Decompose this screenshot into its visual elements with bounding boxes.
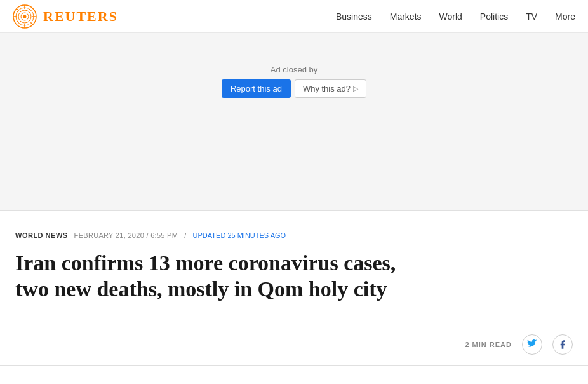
nav-item-business[interactable]: Business bbox=[336, 11, 372, 22]
ad-container: Ad closed by Report this ad Why this ad?… bbox=[0, 33, 588, 211]
report-ad-button[interactable]: Report this ad bbox=[222, 79, 291, 98]
article-divider bbox=[15, 366, 573, 366]
reuters-logo-text: REUTERS bbox=[43, 8, 118, 25]
svg-point-4 bbox=[23, 15, 27, 18]
site-header: REUTERS Business Markets World Politics … bbox=[0, 0, 588, 33]
facebook-share-button[interactable] bbox=[552, 334, 573, 355]
logo-area: REUTERS bbox=[13, 4, 118, 29]
main-nav: Business Markets World Politics TV More bbox=[336, 11, 575, 22]
nav-item-tv[interactable]: TV bbox=[526, 11, 537, 22]
article-category: WORLD NEWS bbox=[15, 231, 68, 239]
nav-item-politics[interactable]: Politics bbox=[480, 11, 508, 22]
updated-label: UPDATED bbox=[193, 231, 226, 239]
why-ad-icon: ▷ bbox=[353, 85, 358, 93]
why-this-ad-button[interactable]: Why this ad? ▷ bbox=[295, 79, 366, 98]
read-time: 2 MIN READ bbox=[465, 341, 512, 348]
nav-item-markets[interactable]: Markets bbox=[390, 11, 422, 22]
article-footer: 2 MIN READ bbox=[0, 324, 588, 366]
article-meta: WORLD NEWS FEBRUARY 21, 2020 / 6:55 PM /… bbox=[15, 231, 429, 239]
ad-buttons: Report this ad Why this ad? ▷ bbox=[222, 79, 366, 98]
article-separator: / bbox=[184, 231, 186, 239]
facebook-icon bbox=[558, 339, 568, 350]
article-title: Iran confirms 13 more coronavirus cases,… bbox=[15, 250, 429, 303]
reuters-logo-icon bbox=[13, 4, 37, 29]
article-updated: UPDATED 25 MINUTES AGO bbox=[193, 231, 286, 239]
nav-item-more[interactable]: More bbox=[555, 11, 575, 22]
article-date: FEBRUARY 21, 2020 / 6:55 PM bbox=[74, 231, 178, 239]
article-container: WORLD NEWS FEBRUARY 21, 2020 / 6:55 PM /… bbox=[0, 211, 444, 318]
twitter-icon bbox=[527, 339, 537, 350]
twitter-share-button[interactable] bbox=[522, 334, 542, 355]
ad-closed-label: Ad closed by bbox=[271, 65, 317, 74]
updated-time: 25 MINUTES AGO bbox=[227, 231, 286, 239]
nav-item-world[interactable]: World bbox=[439, 11, 462, 22]
why-ad-label: Why this ad? bbox=[303, 84, 351, 93]
